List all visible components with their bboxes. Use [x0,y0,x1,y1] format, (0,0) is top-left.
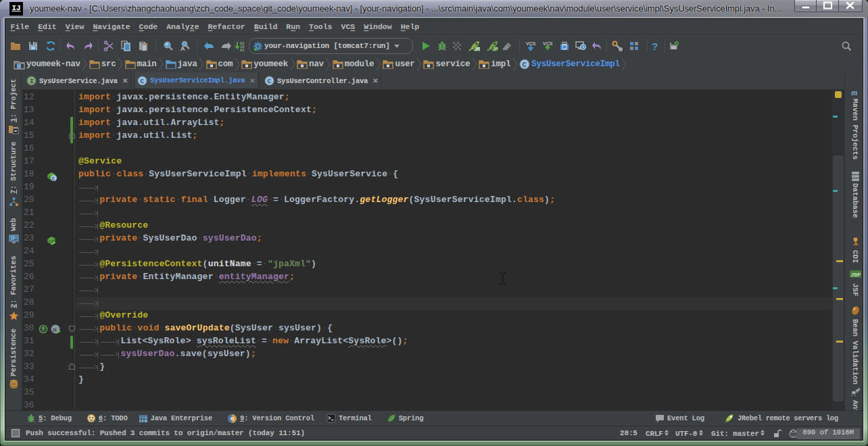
svg-text:JR: JR [475,47,481,51]
svg-text:VCS: VCS [526,41,536,46]
svg-text:C: C [140,78,144,85]
svg-text:C: C [267,78,271,85]
svg-text:?: ? [652,41,658,51]
svg-text:JP: JP [493,47,499,51]
svg-text:A: A [180,45,185,51]
svg-text:01: 01 [240,48,245,52]
svg-text:JSF: JSF [851,272,861,278]
svg-text:m: m [851,88,857,97]
svg-text:I: I [30,78,34,85]
svg-text:C: C [52,176,55,182]
svg-text:C: C [523,61,527,69]
